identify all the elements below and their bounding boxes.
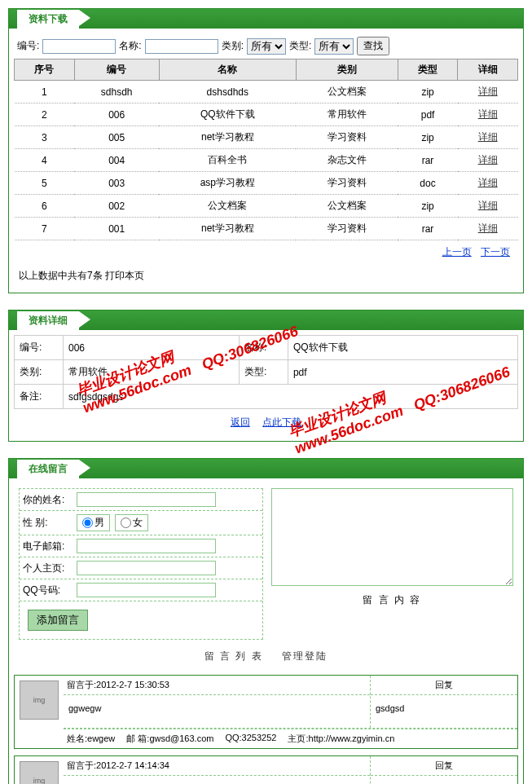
detail-cell: 编号: xyxy=(15,336,64,360)
cell: dshsdhds xyxy=(159,81,296,104)
cell: 6 xyxy=(15,195,75,218)
detail-cell: 名称: xyxy=(239,336,288,360)
cell: 3 xyxy=(15,126,75,149)
name-input[interactable] xyxy=(145,39,218,54)
footer-name: 姓名:ewgew xyxy=(67,733,115,745)
homepage-label: 个人主页: xyxy=(23,562,72,575)
detail-link[interactable]: 详细 xyxy=(478,200,498,211)
detail-link[interactable]: 详细 xyxy=(478,154,498,165)
search-bar: 编号: 名称: 类别: 所有 类型: 所有 查找 xyxy=(14,33,518,59)
cell: sdhsdh xyxy=(74,81,159,104)
detail-panel: 资料详细 编号:006名称:QQ软件下载类别:常用软件类型:pdf备注:sdfg… xyxy=(8,310,524,442)
name-input[interactable] xyxy=(77,492,216,507)
message-item: img 留言于:2012-2-7 15:30:53 ggwegw 回复 gsdg… xyxy=(14,675,518,749)
cell: 常用软件 xyxy=(296,104,398,126)
detail-cell: QQ软件下载 xyxy=(288,336,517,360)
cell: zip xyxy=(398,81,458,104)
next-link[interactable]: 下一页 xyxy=(481,246,510,258)
gender-female[interactable]: 女 xyxy=(115,514,148,531)
cell: 006 xyxy=(74,104,159,126)
detail-link[interactable]: 详细 xyxy=(478,131,498,143)
list-label[interactable]: 留 言 列 表 xyxy=(204,650,263,662)
panel-header: 在线留言 xyxy=(9,459,523,478)
cat-label: 类别: xyxy=(222,39,244,53)
detail-cell: sdfgsdgsdgs xyxy=(64,385,518,409)
download-link[interactable]: 点此下载 xyxy=(262,416,301,428)
msg-time: 留言于:2012-2-7 14:14:34 xyxy=(64,756,370,776)
download-panel: 资料下载 编号: 名称: 类别: 所有 类型: 所有 查找 序号编号名称类别类型… xyxy=(8,8,524,293)
msg-footer: 姓名:ewgew 邮 箱:gwsd@163.com QQ:3253252 主页:… xyxy=(64,729,517,748)
avatar-image: img xyxy=(20,761,59,784)
id-input[interactable] xyxy=(42,39,116,54)
panel-title: 资料详细 xyxy=(17,311,79,330)
table-row: 2006QQ软件下载常用软件pdf详细 xyxy=(15,104,518,126)
detail-link[interactable]: 详细 xyxy=(478,177,498,188)
type-select[interactable]: 所有 xyxy=(314,38,354,55)
table-row: 4004百科全书杂志文件rar详细 xyxy=(15,149,518,172)
cell: 1 xyxy=(15,81,75,104)
msg-list-header: 留 言 列 表 管理登陆 xyxy=(14,645,518,668)
avatar-image: img xyxy=(20,680,59,720)
cell: 001 xyxy=(74,218,159,240)
panel-body: 编号: 名称: 类别: 所有 类型: 所有 查找 序号编号名称类别类型详细 1s… xyxy=(9,29,523,293)
cell: 002 xyxy=(74,195,159,218)
form-area: 你的姓名: 性 别: 男 女 电子邮箱: 个人主页: QQ号码: 添加留言 留 … xyxy=(14,483,518,645)
summary-text: 以上数据中共有7条 打印本页 xyxy=(14,264,518,288)
cell: 2 xyxy=(15,104,75,126)
detail-cell: 备注: xyxy=(15,385,64,409)
email-input[interactable] xyxy=(77,539,216,553)
table-row: 6002公文档案公文档案zip详细 xyxy=(15,195,518,218)
table-row: 7001net学习教程学习资料rar详细 xyxy=(15,218,518,240)
admin-link[interactable]: 管理登陆 xyxy=(282,650,328,662)
detail-link[interactable]: 详细 xyxy=(478,222,498,234)
msg-body: 留言于:2012-2-7 14:14:34 rhrehe 回复 ewgew 姓名… xyxy=(64,756,517,784)
avatar: img xyxy=(15,676,64,748)
detail-cell: 006 xyxy=(64,336,240,360)
add-message-button[interactable]: 添加留言 xyxy=(28,610,88,631)
detail-table: 编号:006名称:QQ软件下载类别:常用软件类型:pdf备注:sdfgsdgsd… xyxy=(14,335,518,409)
prev-link[interactable]: 上一页 xyxy=(442,246,472,258)
cell: 学习资料 xyxy=(296,126,398,149)
message-textarea[interactable] xyxy=(271,488,513,586)
footer-qq: QQ:3253252 xyxy=(225,733,276,745)
search-button[interactable]: 查找 xyxy=(357,37,389,55)
qq-input[interactable] xyxy=(77,583,216,597)
homepage-input[interactable] xyxy=(77,561,216,575)
col-header: 名称 xyxy=(159,59,296,81)
col-header: 详细 xyxy=(458,59,518,81)
cell: 学习资料 xyxy=(296,218,398,240)
cell: pdf xyxy=(398,104,458,126)
col-header: 序号 xyxy=(15,59,75,81)
radio-male[interactable] xyxy=(82,518,93,528)
data-table: 序号编号名称类别类型详细 1sdhsdhdshsdhds公文档案zip详细200… xyxy=(14,59,518,240)
pager: 上一页 下一页 xyxy=(14,240,518,264)
detail-cell: 类别: xyxy=(15,360,64,385)
detail-links: 返回 点此下载 xyxy=(14,409,518,436)
type-label: 类型: xyxy=(289,39,311,53)
radio-female[interactable] xyxy=(121,518,131,528)
cell: 公文档案 xyxy=(296,81,398,104)
panel-header: 资料下载 xyxy=(9,9,523,29)
name-label: 名称: xyxy=(119,39,141,53)
back-link[interactable]: 返回 xyxy=(231,416,250,428)
gender-male[interactable]: 男 xyxy=(77,514,110,531)
form-left: 你的姓名: 性 别: 男 女 电子邮箱: 个人主页: QQ号码: 添加留言 xyxy=(19,488,263,640)
cell: 杂志文件 xyxy=(296,149,398,172)
name-label: 你的姓名: xyxy=(23,493,72,507)
cell: QQ软件下载 xyxy=(159,104,296,126)
footer-email: 邮 箱:gwsd@163.com xyxy=(126,733,213,745)
qq-label: QQ号码: xyxy=(23,584,72,597)
detail-link[interactable]: 详细 xyxy=(478,108,498,120)
table-row: 3005net学习教程学习资料zip详细 xyxy=(15,126,518,149)
cell: 学习资料 xyxy=(296,172,398,195)
avatar: img xyxy=(15,756,64,784)
panel-header: 资料详细 xyxy=(9,311,523,330)
id-label: 编号: xyxy=(17,39,39,53)
cat-select[interactable]: 所有 xyxy=(247,38,286,55)
reply-content: ewgew xyxy=(371,776,517,784)
msg-body: 留言于:2012-2-7 15:30:53 ggwegw 回复 gsdgsd 姓… xyxy=(64,676,517,748)
cell: 7 xyxy=(15,218,75,240)
cell: doc xyxy=(398,172,458,195)
panel-title: 资料下载 xyxy=(17,10,79,29)
detail-link[interactable]: 详细 xyxy=(478,86,498,97)
